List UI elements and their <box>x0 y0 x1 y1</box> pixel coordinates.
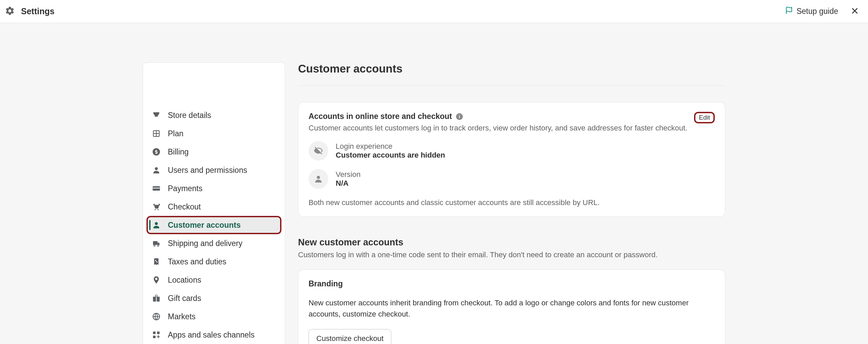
sidebar-item-label: Markets <box>168 312 196 321</box>
accounts-card: Accounts in online store and checkout i … <box>298 102 725 217</box>
billing-icon <box>152 147 161 157</box>
accounts-card-subtitle: Customer accounts let customers log in t… <box>309 124 687 133</box>
sidebar-item-payments[interactable]: Payments <box>146 179 281 198</box>
svg-point-6 <box>155 167 158 170</box>
sidebar-item-locations[interactable]: Locations <box>146 271 281 289</box>
taxes-icon <box>152 257 161 266</box>
sidebar-item-label: Gift cards <box>168 294 201 303</box>
sidebar-item-label: Payments <box>168 184 202 193</box>
accounts-card-title-row: Accounts in online store and checkout i <box>309 112 687 121</box>
sidebar-item-label: Plan <box>168 129 183 138</box>
plan-icon <box>152 129 161 138</box>
sidebar-item-giftcards[interactable]: Gift cards <box>146 289 281 307</box>
login-experience-text: Login experience Customer accounts are h… <box>336 142 445 160</box>
page-title: Customer accounts <box>298 62 725 86</box>
sidebar-item-shipping[interactable]: Shipping and delivery <box>146 234 281 252</box>
shipping-icon <box>152 239 161 248</box>
sidebar-item-label: Customer accounts <box>168 221 241 230</box>
svg-rect-22 <box>153 331 156 334</box>
version-label: Version <box>336 170 360 179</box>
sidebar-item-label: Apps and sales channels <box>168 330 255 340</box>
svg-point-11 <box>155 222 158 225</box>
svg-point-13 <box>157 245 159 246</box>
svg-point-9 <box>155 209 156 210</box>
new-accounts-title: New customer accounts <box>298 237 725 248</box>
setup-guide-link[interactable]: Setup guide <box>785 6 838 17</box>
svg-point-15 <box>155 260 156 261</box>
version-text: Version N/A <box>336 170 360 188</box>
flag-icon <box>785 6 793 17</box>
svg-point-16 <box>157 262 158 263</box>
sidebar-item-apps[interactable]: Apps and sales channels <box>146 326 281 344</box>
info-icon[interactable]: i <box>455 113 463 121</box>
settings-header: Settings Setup guide <box>0 0 868 23</box>
accounts-card-header: Accounts in online store and checkout i … <box>309 112 715 133</box>
sidebar-item-label: Billing <box>168 147 189 157</box>
accounts-card-title: Accounts in online store and checkout <box>309 112 452 121</box>
content-area: Customer accounts Accounts in online sto… <box>298 62 725 344</box>
edit-button[interactable]: Edit <box>694 112 715 123</box>
sidebar-item-label: Shipping and delivery <box>168 239 242 248</box>
users-icon <box>152 165 161 175</box>
sidebar-item-store-details[interactable]: Store details <box>146 106 281 124</box>
version-row: Version N/A <box>309 169 715 189</box>
branding-text: New customer accounts inherit branding f… <box>309 297 715 320</box>
header-right: Setup guide <box>785 4 862 19</box>
sidebar-item-label: Taxes and duties <box>168 257 226 266</box>
new-accounts-section: New customer accounts Customers log in w… <box>298 237 725 344</box>
sidebar-item-label: Store details <box>168 111 211 120</box>
login-experience-row: Login experience Customer accounts are h… <box>309 141 715 161</box>
sidebar-item-label: Locations <box>168 276 201 285</box>
svg-rect-24 <box>153 336 156 338</box>
customize-checkout-button[interactable]: Customize checkout <box>309 329 391 344</box>
header-left: Settings <box>5 6 55 17</box>
login-label: Login experience <box>336 142 445 151</box>
sidebar-items: Store details Plan Billing Users and per… <box>143 106 285 344</box>
sidebar-item-taxes[interactable]: Taxes and duties <box>146 252 281 271</box>
gear-icon <box>5 6 15 17</box>
sidebar-item-checkout[interactable]: Checkout <box>146 198 281 216</box>
payments-icon <box>152 184 161 193</box>
setup-guide-label: Setup guide <box>796 7 838 16</box>
branding-card: Branding New customer accounts inherit b… <box>298 269 725 344</box>
sidebar-item-users[interactable]: Users and permissions <box>146 161 281 179</box>
svg-point-12 <box>154 245 155 246</box>
header-title: Settings <box>21 6 55 16</box>
accounts-footer-note: Both new customer accounts and classic c… <box>309 198 715 207</box>
accounts-card-title-group: Accounts in online store and checkout i … <box>309 112 687 133</box>
giftcards-icon <box>152 294 161 303</box>
sidebar-item-plan[interactable]: Plan <box>146 124 281 143</box>
version-value: N/A <box>336 179 360 188</box>
new-accounts-subtitle: Customers log in with a one-time code se… <box>298 250 725 259</box>
main-content: Store details Plan Billing Users and per… <box>0 23 868 344</box>
markets-icon <box>152 312 161 321</box>
sidebar-item-label: Checkout <box>168 202 201 211</box>
sidebar-item-billing[interactable]: Billing <box>146 143 281 161</box>
svg-text:i: i <box>459 114 460 119</box>
svg-point-29 <box>317 176 320 179</box>
customer-icon <box>152 220 161 230</box>
apps-icon <box>152 330 161 340</box>
sidebar-item-customer-accounts[interactable]: Customer accounts <box>146 216 281 234</box>
sidebar-item-label: Users and permissions <box>168 166 247 175</box>
branding-title: Branding <box>309 279 715 288</box>
svg-rect-23 <box>157 331 160 334</box>
settings-sidebar: Store details Plan Billing Users and per… <box>143 62 285 344</box>
checkout-icon <box>152 202 161 211</box>
hidden-icon <box>309 141 328 161</box>
store-icon <box>152 110 161 120</box>
sidebar-item-markets[interactable]: Markets <box>146 307 281 326</box>
svg-rect-8 <box>153 188 160 188</box>
login-value: Customer accounts are hidden <box>336 151 445 160</box>
locations-icon <box>152 275 161 285</box>
close-button[interactable] <box>848 4 862 19</box>
svg-point-10 <box>158 209 159 210</box>
version-icon <box>309 169 328 189</box>
